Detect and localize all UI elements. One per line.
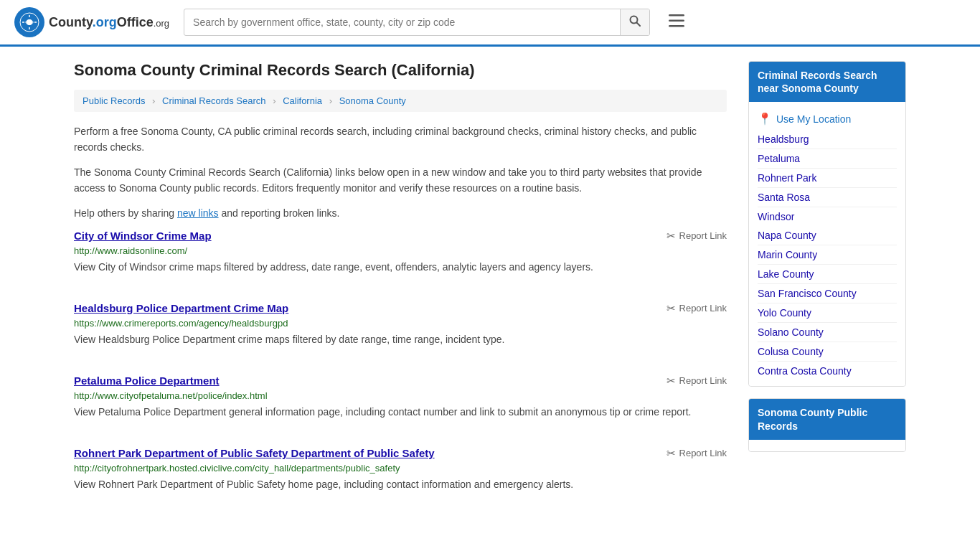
sidebar-county-5[interactable]: Solano County [758,323,897,342]
sidebar-body-2 [749,440,905,451]
result-title-0[interactable]: City of Windsor Crime Map [74,230,212,242]
breadcrumb-sep-2: › [273,95,275,106]
use-my-location-label: Use My Location [776,113,851,125]
result-header: City of Windsor Crime Map ✂ Report Link [74,230,727,242]
result-item: Rohnert Park Department of Public Safety… [74,447,727,499]
report-link-btn-0[interactable]: ✂ Report Link [666,230,727,242]
result-desc-3: View Rohnert Park Department of Public S… [74,477,727,492]
description-3: Help others by sharing new links and rep… [74,205,727,221]
logo-link[interactable]: County.orgOffice.org [14,7,169,37]
result-title-3[interactable]: Rohnert Park Department of Public Safety… [74,447,435,459]
description-2: The Sonoma County Criminal Records Searc… [74,164,727,197]
menu-button[interactable] [664,9,689,36]
report-link-label-1: Report Link [679,303,727,314]
sidebar-county-7[interactable]: Contra Costa County [758,362,897,380]
report-icon-0: ✂ [666,230,676,242]
report-icon-3: ✂ [666,447,676,460]
cities-list: HealdsburgPetalumaRohnert ParkSanta Rosa… [758,130,897,226]
desc3-prefix: Help others by sharing [74,207,177,219]
report-link-label-0: Report Link [679,230,727,241]
sidebar-county-1[interactable]: Marin County [758,245,897,265]
counties-list: Napa CountyMarin CountyLake CountySan Fr… [758,226,897,380]
result-desc-2: View Petaluma Police Department general … [74,405,727,420]
sidebar-county-6[interactable]: Colusa County [758,342,897,362]
svg-rect-6 [669,25,684,27]
breadcrumb-california[interactable]: California [283,95,322,106]
page-title: Sonoma County Criminal Records Search (C… [74,61,727,80]
breadcrumb-sep-1: › [152,95,155,106]
sidebar-city-3[interactable]: Santa Rosa [758,188,897,207]
report-link-label-2: Report Link [679,375,727,386]
sidebar-header-2: Sonoma County Public Records [749,399,905,439]
result-url-3: http://cityofrohnertpark.hosted.civicliv… [74,463,727,474]
report-link-btn-1[interactable]: ✂ Report Link [666,302,727,315]
search-button[interactable] [620,9,649,35]
breadcrumb-criminal-records[interactable]: Criminal Records Search [162,95,266,106]
sidebar-city-4[interactable]: Windsor [758,207,897,226]
location-icon: 📍 [758,112,772,126]
result-header: Healdsburg Police Department Crime Map ✂… [74,302,727,315]
sidebar: Criminal Records Search near Sonoma Coun… [748,61,906,519]
sidebar-body-1: 📍 Use My Location HealdsburgPetalumaRohn… [749,102,905,386]
description-1: Perform a free Sonoma County, CA public … [74,123,727,156]
nearby-section: Criminal Records Search near Sonoma Coun… [748,61,906,387]
logo-text: County.orgOffice.org [49,15,169,30]
result-item: Healdsburg Police Department Crime Map ✂… [74,302,727,354]
sidebar-city-0[interactable]: Healdsburg [758,130,897,149]
breadcrumb-sonoma[interactable]: Sonoma County [339,95,406,106]
report-link-label-3: Report Link [679,448,727,458]
report-icon-1: ✂ [666,302,676,315]
result-item: City of Windsor Crime Map ✂ Report Link … [74,230,727,282]
svg-line-3 [637,23,641,27]
result-title-1[interactable]: Healdsburg Police Department Crime Map [74,302,288,314]
results-container: City of Windsor Crime Map ✂ Report Link … [74,230,727,499]
report-link-btn-2[interactable]: ✂ Report Link [666,375,727,387]
result-item: Petaluma Police Department ✂ Report Link… [74,375,727,427]
report-icon-2: ✂ [666,375,676,387]
new-links-link[interactable]: new links [177,207,219,219]
desc3-suffix: and reporting broken links. [219,207,340,219]
result-header: Rohnert Park Department of Public Safety… [74,447,727,460]
svg-rect-4 [669,14,684,17]
result-url-1: https://www.crimereports.com/agency/heal… [74,318,727,329]
report-link-btn-3[interactable]: ✂ Report Link [666,447,727,460]
sidebar-county-4[interactable]: Yolo County [758,303,897,323]
result-header: Petaluma Police Department ✂ Report Link [74,375,727,387]
sidebar-county-0[interactable]: Napa County [758,226,897,245]
sidebar-city-2[interactable]: Rohnert Park [758,169,897,188]
search-bar [184,9,650,36]
sidebar-county-3[interactable]: San Francisco County [758,284,897,303]
sidebar-header-1: Criminal Records Search near Sonoma Coun… [749,62,905,102]
logo-icon [14,7,44,37]
content-area: Sonoma County Criminal Records Search (C… [74,61,727,519]
svg-point-1 [27,19,32,25]
breadcrumb-sep-3: › [329,95,332,106]
result-title-2[interactable]: Petaluma Police Department [74,375,220,387]
result-url-0: http://www.raidsonline.com/ [74,245,727,256]
result-desc-0: View City of Windsor crime maps filtered… [74,260,727,275]
result-url-2: http://www.cityofpetaluma.net/police/ind… [74,390,727,401]
public-records-section: Sonoma County Public Records [748,398,906,451]
svg-rect-5 [669,20,684,22]
sidebar-county-2[interactable]: Lake County [758,265,897,284]
main-container: Sonoma County Criminal Records Search (C… [60,47,920,534]
use-my-location-link[interactable]: 📍 Use My Location [758,108,897,130]
result-desc-1: View Healdsburg Police Department crime … [74,332,727,347]
search-input[interactable] [184,11,620,34]
sidebar-city-1[interactable]: Petaluma [758,149,897,169]
site-header: County.orgOffice.org [0,0,980,47]
breadcrumb: Public Records › Criminal Records Search… [74,90,727,112]
breadcrumb-public-records[interactable]: Public Records [83,95,145,106]
